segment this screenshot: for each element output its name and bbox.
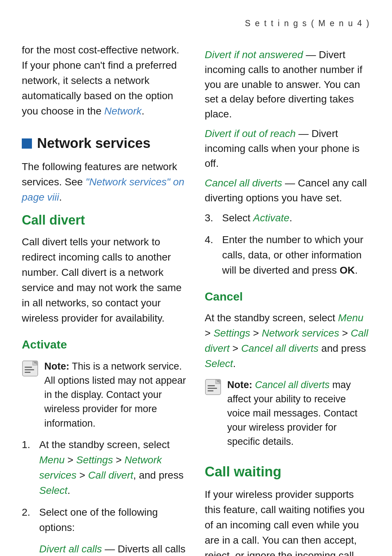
cancel-note-text: Note: Cancel all diverts may affect your… (227, 378, 370, 449)
cancel-note-bold: Note: (227, 379, 252, 390)
step4-num: 4. (205, 232, 218, 278)
divert-out-of-reach-title: Divert if out of reach (205, 128, 296, 139)
intro-text: for the most cost-effective network. If … (22, 44, 179, 117)
call-divert-body: Call divert tells your network to redire… (22, 234, 187, 326)
svg-rect-6 (34, 362, 36, 363)
two-column-layout: for the most cost-effective network. If … (22, 43, 370, 556)
page-header: S e t t i n g s ( M e n u 4 ) (22, 17, 370, 29)
network-link[interactable]: Network (104, 105, 142, 117)
step3-item: 3. Select Activate. (205, 210, 370, 226)
network-services-heading: Network services (37, 133, 151, 153)
step1-select: Select (39, 485, 68, 496)
note-icon (22, 360, 38, 377)
cancel-note-box: Note: Cancel all diverts may affect your… (205, 378, 370, 449)
svg-rect-3 (25, 372, 30, 373)
svg-rect-10 (208, 390, 213, 391)
step1-calldivert: Call divert (88, 470, 133, 481)
svg-rect-9 (208, 388, 217, 389)
step1-content: At the standby screen, select Menu > Set… (39, 437, 187, 498)
cancel-all-diverts-title: Cancel all diverts (205, 177, 282, 189)
cancel-heading: Cancel (205, 288, 370, 305)
cancel-settings: Settings (213, 327, 250, 339)
network-services-heading-box: Network services (22, 133, 187, 153)
cancel-body: At the standby screen, select Menu > Set… (205, 310, 370, 371)
option-divert-not-answered: Divert if not answered — Divert incoming… (205, 48, 370, 121)
note-bold-label: Note: (44, 361, 69, 372)
cancel-select: Select (205, 358, 233, 369)
option-cancel-all-diverts: Cancel all diverts — Cancel any call div… (205, 176, 370, 205)
activate-note-text: Note: This is a network service. All opt… (44, 359, 187, 431)
cancel-menu: Menu (338, 312, 363, 323)
option-divert-out-of-reach: Divert if out of reach — Divert incoming… (205, 126, 370, 171)
step1-menu: Menu (39, 454, 65, 466)
step1-num: 1. (22, 437, 35, 498)
cancel-all: Cancel all diverts (241, 343, 318, 354)
step4-content: Enter the number to which your calls, da… (222, 232, 370, 278)
step3-num: 3. (205, 210, 218, 226)
step3-content: Select Activate. (222, 210, 370, 226)
option-divert-all-calls: Divert all calls — Diverts all calls to … (39, 542, 187, 556)
step4-item: 4. Enter the number to which your calls,… (205, 232, 370, 278)
svg-rect-13 (217, 380, 219, 382)
left-column: for the most cost-effective network. If … (22, 43, 187, 556)
step1-settings: Settings (76, 454, 113, 466)
header-text: S e t t i n g s ( M e n u 4 ) (245, 19, 370, 28)
activate-note-box: Note: This is a network service. All opt… (22, 359, 187, 431)
divert-not-answered-title: Divert if not answered (205, 49, 303, 60)
step1-item: 1. At the standby screen, select Menu > … (22, 437, 187, 498)
cancel-note-icon (205, 379, 221, 395)
svg-rect-8 (208, 385, 215, 386)
svg-rect-2 (25, 369, 34, 370)
divert-all-calls-title: Divert all calls (39, 543, 102, 555)
intro-paragraph: for the most cost-effective network. If … (22, 43, 187, 119)
right-column: Divert if not answered — Divert incoming… (205, 43, 370, 556)
page-container: S e t t i n g s ( M e n u 4 ) for the mo… (0, 0, 392, 556)
step3-activate: Activate (253, 212, 290, 223)
step2-num: 2. (22, 505, 35, 535)
svg-rect-1 (25, 367, 32, 368)
step4-ok: OK (340, 265, 355, 276)
call-waiting-body: If your wireless provider supports this … (205, 487, 370, 556)
network-services-body: The following features are network servi… (22, 159, 187, 205)
cancel-network: Network services (262, 327, 339, 339)
call-divert-heading: Call divert (22, 211, 187, 230)
activate-heading: Activate (22, 336, 187, 353)
step2-item: 2. Select one of the following options: (22, 505, 187, 535)
cancel-note-italic: Cancel all diverts (252, 379, 330, 390)
step2-content: Select one of the following options: (39, 505, 187, 535)
blue-square-icon (22, 138, 32, 149)
call-waiting-heading: Call waiting (205, 462, 370, 482)
